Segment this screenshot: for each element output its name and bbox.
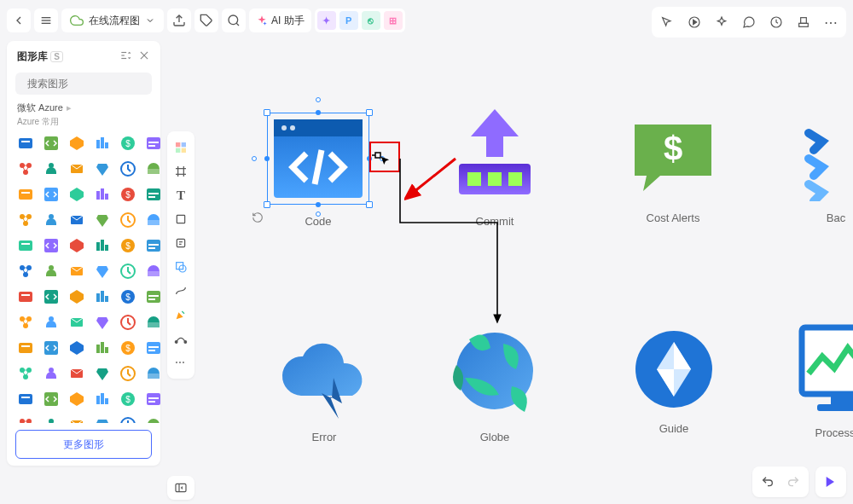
shape-search[interactable] xyxy=(15,72,152,95)
shape-item[interactable] xyxy=(143,414,160,423)
shape-item[interactable] xyxy=(41,312,61,333)
node-code[interactable]: Code xyxy=(267,113,369,228)
back-button[interactable] xyxy=(7,9,31,32)
shape-item[interactable] xyxy=(41,159,61,179)
export-button[interactable] xyxy=(167,9,191,32)
collapse-panel-button[interactable] xyxy=(167,476,194,500)
pen-tool[interactable] xyxy=(170,304,192,326)
file-name-dropdown[interactable]: 在线流程图 xyxy=(61,9,164,32)
rotate-handle-icon[interactable] xyxy=(252,211,264,223)
shape-item[interactable] xyxy=(92,363,113,384)
shape-item[interactable] xyxy=(92,287,113,307)
shape-item[interactable] xyxy=(143,338,160,358)
shape-item[interactable]: $ xyxy=(118,287,138,307)
more-top-icon[interactable]: ⋯ xyxy=(819,10,843,34)
shape-item[interactable] xyxy=(143,287,160,307)
node-guide[interactable]: Guide xyxy=(631,327,717,435)
shape-item[interactable] xyxy=(118,363,138,384)
shape-item[interactable] xyxy=(67,338,87,358)
text-tool[interactable]: T xyxy=(170,184,192,206)
shape-item[interactable] xyxy=(92,261,113,281)
shape-item[interactable] xyxy=(15,363,36,384)
shape-item[interactable] xyxy=(15,389,36,409)
shape-item[interactable] xyxy=(15,312,36,333)
shape-item[interactable] xyxy=(41,184,61,205)
shape-item[interactable] xyxy=(15,287,36,307)
sel-port-left[interactable] xyxy=(252,156,257,161)
shape-item[interactable] xyxy=(41,414,61,423)
shape-item[interactable] xyxy=(67,414,87,423)
shape-item[interactable] xyxy=(41,261,61,281)
shape-item[interactable]: $ xyxy=(118,133,138,154)
shape-item[interactable] xyxy=(143,210,160,230)
shape-item[interactable]: $ xyxy=(118,235,138,256)
shape-item[interactable] xyxy=(67,389,87,409)
pill-0[interactable]: ✦ xyxy=(317,11,336,30)
shape-item[interactable] xyxy=(15,159,36,179)
shape-item[interactable] xyxy=(41,210,61,230)
shape-item[interactable] xyxy=(15,133,36,154)
shape-item[interactable] xyxy=(143,312,160,333)
more-shapes-button[interactable]: 更多图形 xyxy=(15,430,152,459)
shape-item[interactable] xyxy=(143,389,160,409)
shape-item[interactable] xyxy=(92,414,113,423)
shape-item[interactable] xyxy=(143,235,160,256)
shape-search-input[interactable] xyxy=(27,78,155,90)
shape-item[interactable] xyxy=(143,184,160,205)
shape-item[interactable] xyxy=(92,184,113,205)
shape-item[interactable] xyxy=(41,363,61,384)
shape-item[interactable] xyxy=(143,261,160,281)
ai-assistant-button[interactable]: AI 助手 xyxy=(249,9,311,32)
shape-item[interactable] xyxy=(92,210,113,230)
shape-item[interactable] xyxy=(118,159,138,179)
shape-item[interactable] xyxy=(118,414,138,423)
search-top-button[interactable] xyxy=(222,9,246,32)
connector-tool[interactable] xyxy=(170,280,192,302)
shape-item[interactable] xyxy=(67,133,87,154)
panel-sort-icon[interactable] xyxy=(119,49,131,64)
undo-button[interactable] xyxy=(756,470,780,494)
node-back[interactable]: Bac xyxy=(802,116,853,224)
canvas[interactable]: Code Commit $ Cost Alerts xyxy=(205,41,853,504)
pill-2[interactable]: ⎋ xyxy=(362,11,380,30)
shape-item[interactable] xyxy=(15,261,36,281)
shape-item[interactable]: $ xyxy=(118,184,138,205)
redo-button[interactable] xyxy=(781,470,805,494)
pill-1[interactable]: P xyxy=(339,11,358,30)
shape-item[interactable] xyxy=(15,338,36,358)
sel-port-bottom[interactable] xyxy=(316,211,321,217)
shape-item[interactable] xyxy=(15,414,36,423)
node-commit[interactable]: Commit xyxy=(444,106,546,228)
present-button[interactable] xyxy=(819,470,843,494)
node-error[interactable]: Error xyxy=(277,327,371,443)
mask-shape-tool[interactable] xyxy=(170,256,192,278)
shape-item[interactable] xyxy=(67,261,87,281)
shape-item[interactable] xyxy=(41,389,61,409)
note-tool[interactable] xyxy=(170,232,192,254)
shape-item[interactable] xyxy=(41,133,61,154)
sparkle-icon[interactable] xyxy=(710,10,734,34)
shape-item[interactable] xyxy=(67,184,87,205)
shape-item[interactable] xyxy=(67,210,87,230)
shape-item[interactable] xyxy=(67,363,87,384)
shape-item[interactable] xyxy=(41,338,61,358)
menu-button[interactable] xyxy=(34,9,58,32)
node-process[interactable]: Process xyxy=(797,322,853,439)
history-icon[interactable] xyxy=(764,10,788,34)
pill-3[interactable]: ⊞ xyxy=(384,11,403,30)
node-cost-alerts[interactable]: $ Cost Alerts xyxy=(626,116,720,224)
layers-icon[interactable] xyxy=(792,10,815,34)
shape-item[interactable] xyxy=(92,133,113,154)
comment-icon[interactable] xyxy=(737,10,761,34)
shape-item[interactable] xyxy=(143,159,160,179)
library-category[interactable]: 微软 Azure ▸ xyxy=(7,101,160,116)
cursor-group-icon[interactable] xyxy=(655,10,679,34)
shape-item[interactable] xyxy=(143,363,160,384)
sel-port-top[interactable] xyxy=(316,97,321,102)
more-tools[interactable]: ⋯ xyxy=(170,351,192,374)
shape-item[interactable] xyxy=(67,159,87,179)
shape-item[interactable] xyxy=(67,312,87,333)
shape-tool[interactable] xyxy=(170,208,192,230)
shape-item[interactable] xyxy=(92,389,113,409)
tag-button[interactable] xyxy=(194,9,218,32)
